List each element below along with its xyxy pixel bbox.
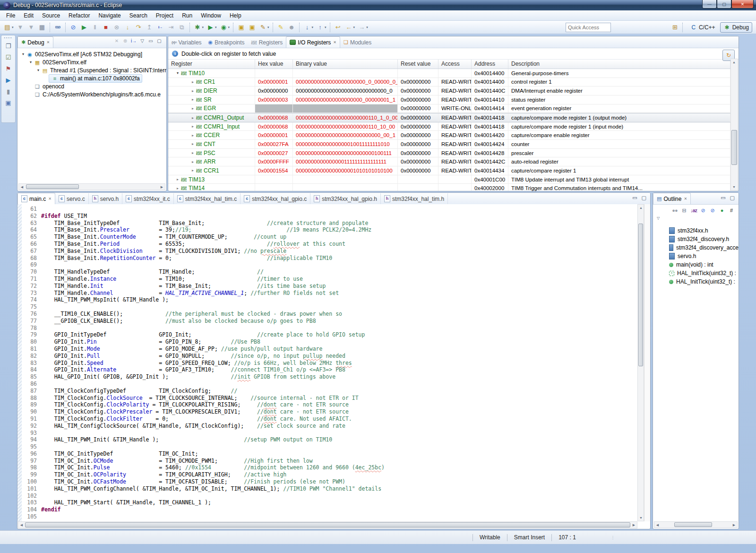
- line-number[interactable]: 86: [22, 380, 41, 388]
- use-step-filters-icon[interactable]: ⧉: [177, 22, 187, 33]
- progress-icon[interactable]: ▶: [3, 75, 14, 86]
- resume-icon[interactable]: ▶: [79, 22, 89, 33]
- code-line[interactable]: 102: [22, 493, 637, 500]
- back-icon[interactable]: ←▾: [344, 22, 356, 33]
- line-number[interactable]: 76: [22, 311, 41, 318]
- minimize-button[interactable]: —: [702, 0, 717, 9]
- perspective-cc-button[interactable]: CC/C++: [687, 23, 718, 32]
- editor-vscrollbar[interactable]: ▲ ▼: [637, 204, 644, 521]
- code-line[interactable]: 82 GPIO_Init.Pull = GPIO_NOPULL; //since…: [22, 353, 637, 360]
- tab-variables[interactable]: (x)=Variables: [168, 37, 205, 48]
- line-number[interactable]: 73: [22, 290, 41, 297]
- code-line[interactable]: 73 TIM_Handle.Channel = HAL_TIM_ACTIVE_C…: [22, 290, 637, 297]
- menu-help[interactable]: Help: [225, 11, 246, 20]
- line-number[interactable]: 105: [22, 513, 41, 520]
- code-line[interactable]: 93: [22, 430, 637, 437]
- line-number[interactable]: 96: [22, 450, 41, 458]
- restore-view-icon[interactable]: ❐: [3, 41, 14, 52]
- dropdown-arrow-icon[interactable]: ▾: [228, 26, 230, 29]
- perspective-debug-button[interactable]: ✱Debug: [720, 22, 752, 33]
- open-perspective-button[interactable]: ⊞: [670, 22, 680, 33]
- line-number[interactable]: 97: [22, 458, 41, 465]
- code-line[interactable]: 99 TIM_OC_Init.OCPolarity = TIM_OCPOLARI…: [22, 471, 637, 478]
- outline-item[interactable]: +HAL_InitTick(uint32_t) :: [653, 269, 739, 277]
- line-number[interactable]: 87: [22, 388, 41, 395]
- code-line[interactable]: 64 TIM_Base_Init.Prescaler = 39;//19; //…: [22, 226, 637, 233]
- tree-expander-icon[interactable]: ▸: [190, 168, 196, 173]
- occurrences-icon[interactable]: ☻: [287, 22, 297, 33]
- register-row[interactable]: ▾10100101TIM100x40014400General-purpose-…: [168, 69, 730, 78]
- code-line[interactable]: 76 __TIM10_CLK_ENABLE(); //the periphera…: [22, 311, 637, 318]
- link-with-editor-icon[interactable]: ●●: [670, 207, 679, 213]
- line-number[interactable]: 63: [22, 220, 41, 227]
- column-header-register[interactable]: Register: [168, 60, 255, 69]
- line-number[interactable]: 84: [22, 366, 41, 373]
- dropdown-arrow-icon[interactable]: ▾: [325, 26, 326, 29]
- view-menu-icon[interactable]: ▽: [138, 38, 146, 43]
- move-to-line-icon[interactable]: ⇥: [166, 22, 176, 33]
- line-number[interactable]: 74: [22, 296, 41, 303]
- line-number[interactable]: 65: [22, 233, 41, 241]
- register-row[interactable]: ▸10100101SR0x000000030000000000000000000…: [168, 95, 730, 104]
- column-header-description[interactable]: Description: [508, 60, 730, 69]
- editor-hscrollbar[interactable]: ◀ ▶: [18, 521, 637, 528]
- line-number[interactable]: 103: [22, 499, 41, 506]
- step-into-icon[interactable]: ↓: [123, 22, 133, 33]
- remove-all-terminated-icon[interactable]: ✕: [112, 38, 121, 43]
- tree-expander-icon[interactable]: ▸: [175, 177, 180, 181]
- outline-hscrollbar[interactable]: ◀ ▶: [654, 521, 738, 528]
- debug-tree-item[interactable]: ▾▦002ServoTimx.elf: [17, 58, 166, 66]
- menu-edit[interactable]: Edit: [19, 11, 38, 20]
- close-button[interactable]: ✕: [731, 0, 754, 9]
- line-number[interactable]: 78: [22, 325, 41, 332]
- maximize-button[interactable]: ▢: [717, 0, 731, 9]
- code-line[interactable]: 65 TIM_Base_Init.CounterMode = TIM_COUNT…: [22, 233, 637, 241]
- line-number[interactable]: 93: [22, 430, 41, 437]
- debug-hscrollbar[interactable]: ◀ ▶: [18, 183, 165, 190]
- tab-stm32f4xx_hal_tim-h[interactable]: hstm32f4xx_hal_tim.h: [381, 193, 448, 204]
- dropdown-arrow-icon[interactable]: ▾: [312, 26, 314, 29]
- outline-item[interactable]: stm32f4_discovery_acce: [653, 243, 739, 252]
- save-icon[interactable]: ▼: [16, 22, 26, 33]
- last-edit-location-icon[interactable]: ↩: [333, 22, 343, 33]
- register-row[interactable]: ▸10100101CCR10x0000155400000000000000000…: [168, 166, 730, 175]
- instruction-stepping-mode-icon[interactable]: i→: [129, 38, 138, 43]
- code-line[interactable]: 70 TIM_HandleTypeDef TIM_Handle; //: [22, 268, 637, 276]
- debug-tree-item[interactable]: ❏C:/Ac6/SystemWorkbench/plugins/fr.ac6.m…: [17, 90, 166, 98]
- line-number[interactable]: 94: [22, 436, 41, 443]
- scrollbar-thumb[interactable]: [731, 130, 737, 165]
- code-line[interactable]: 105: [22, 513, 637, 520]
- view-menu-icon[interactable]: ▽: [653, 216, 739, 223]
- code-line[interactable]: 103 HAL_TIM_PWM_Start( &TIM_Handle, TIM_…: [22, 499, 637, 506]
- code-line[interactable]: 100 TIM_OC_Init.OCFastMode = TIM_OCFAST_…: [22, 478, 637, 485]
- memory-icon[interactable]: ▮: [3, 86, 14, 97]
- line-number[interactable]: 61: [22, 206, 41, 213]
- code-line[interactable]: 90 TIM_ClockConfig.ClockPrescaler = TIM_…: [22, 408, 637, 415]
- maximize-icon[interactable]: ▢: [155, 38, 163, 43]
- tree-expander-icon[interactable]: ▸: [190, 106, 196, 111]
- line-number[interactable]: 92: [22, 423, 41, 430]
- collapse-all-icon[interactable]: ⊟: [680, 207, 688, 214]
- code-line[interactable]: 66 TIM_Base_Init.Period = 65535; //rollo…: [22, 241, 637, 248]
- menu-search[interactable]: Search: [125, 11, 152, 20]
- code-line[interactable]: 63 TIM_Base_InitTypeDef TIM_Base_Init; /…: [22, 220, 637, 227]
- scrollbar-thumb[interactable]: [638, 224, 643, 366]
- register-row[interactable]: ▸10100101CCMR1_Input0x000000680000000000…: [168, 122, 730, 131]
- code-line[interactable]: 74 HAL_TIM_PWM_MspInit( &TIM_Handle );: [22, 296, 637, 303]
- menu-navigate[interactable]: Navigate: [94, 11, 125, 20]
- register-row[interactable]: ▸10100101CCMR1_Output0x00000068000000000…: [168, 113, 730, 122]
- tree-expander-icon[interactable]: ▾: [28, 60, 34, 64]
- open-type-icon[interactable]: ▣: [236, 22, 246, 33]
- close-icon[interactable]: ✕: [684, 197, 687, 201]
- tree-expander-icon[interactable]: ▾: [175, 71, 180, 75]
- code-line[interactable]: 97 TIM_OC_Init.OCMode = TIM_OCMODE_PWM1;…: [22, 458, 637, 465]
- code-line[interactable]: 86: [22, 380, 637, 388]
- dropdown-arrow-icon[interactable]: ▾: [353, 26, 355, 29]
- suspend-icon[interactable]: ‖: [90, 22, 100, 33]
- highlight-icon[interactable]: ✎: [276, 22, 286, 33]
- line-number[interactable]: 62: [22, 213, 41, 220]
- tree-expander-icon[interactable]: ▸: [190, 133, 196, 138]
- skip-all-breakpoints-icon[interactable]: ⊘: [69, 22, 78, 33]
- column-header-address[interactable]: Address: [472, 60, 508, 69]
- code-line[interactable]: 84 GPIO_Init.Alternate = GPIO_AF3_TIM10;…: [22, 366, 637, 373]
